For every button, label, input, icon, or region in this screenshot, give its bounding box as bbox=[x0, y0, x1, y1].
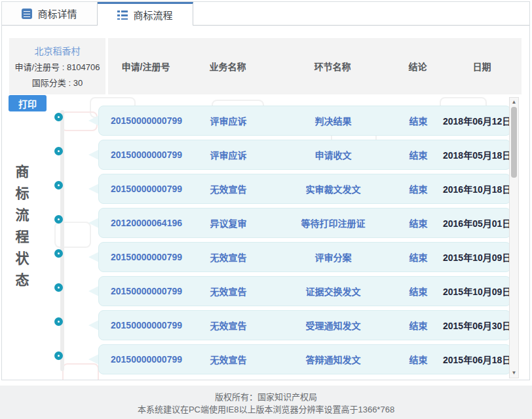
cell-date: 2015年10月09日 bbox=[443, 250, 511, 264]
cell-business: 无效宣告 bbox=[184, 353, 273, 366]
cell-reg-no[interactable]: 20150000000799 bbox=[109, 286, 184, 296]
card-tail bbox=[88, 218, 99, 228]
table-row: 20150000000799无效宣告答辩通知发文结束2015年06月18日 bbox=[49, 344, 519, 378]
registration-number-value: 8104706 bbox=[67, 62, 100, 72]
cell-conclusion: 结束 bbox=[394, 216, 443, 229]
cell-step: 评审分案 bbox=[273, 250, 394, 264]
cell-date: 2018年06月12日 bbox=[443, 114, 511, 127]
cell-business: 无效宣告 bbox=[184, 182, 273, 195]
cell-step: 受理通知发文 bbox=[273, 319, 394, 332]
process-card[interactable]: 20120000064196异议复审等待打印注册证结束2016年05月01日 bbox=[98, 208, 511, 238]
cell-reg-no[interactable]: 20150000000799 bbox=[109, 354, 184, 365]
tab-trademark-details[interactable]: 商标详情 bbox=[2, 2, 98, 25]
cell-conclusion: 结束 bbox=[394, 285, 443, 298]
timeline-dot bbox=[54, 215, 63, 224]
cell-date: 2016年05月01日 bbox=[443, 216, 511, 229]
table-row: 20120000064196异议复审等待打印注册证结束2016年05月01日 bbox=[49, 208, 519, 242]
timeline-dot bbox=[54, 147, 63, 155]
tab-bar: 商标详情 商标流程 bbox=[2, 2, 529, 26]
table-row: 20150000000799无效宣告评审分案结束2015年10月09日 bbox=[49, 242, 519, 276]
cell-business: 异议复审 bbox=[184, 216, 273, 229]
card-tail bbox=[88, 184, 99, 194]
cell-step: 判决结果 bbox=[273, 114, 394, 127]
process-card[interactable]: 20150000000799评审应诉申请收文结束2018年05月18日 bbox=[98, 140, 511, 170]
process-card[interactable]: 20150000000799无效宣告评审分案结束2015年10月09日 bbox=[98, 242, 511, 272]
header-conclusion: 结论 bbox=[393, 60, 442, 73]
cell-conclusion: 结束 bbox=[394, 182, 443, 195]
cell-step: 申请收文 bbox=[273, 148, 394, 161]
cell-reg-no[interactable]: 20120000064196 bbox=[109, 218, 184, 228]
scrollbar-down-arrow[interactable]: ▼ bbox=[510, 369, 518, 377]
table-row: 20150000000799评审应诉申请收文结束2018年05月18日 bbox=[49, 140, 519, 174]
cell-reg-no[interactable]: 20150000000799 bbox=[109, 320, 184, 330]
header-business: 业务名称 bbox=[183, 60, 272, 73]
cell-step: 等待打印注册证 bbox=[273, 216, 394, 229]
timeline-dot bbox=[54, 283, 63, 292]
registration-number-line: 申请/注册号 : 8104706 bbox=[14, 60, 100, 73]
cell-conclusion: 结束 bbox=[394, 114, 443, 127]
scroll-area: 20150000000799评审应诉判决结果结束2018年06月12日20150… bbox=[49, 96, 519, 380]
cell-reg-no[interactable]: 20150000000799 bbox=[109, 115, 184, 126]
process-card[interactable]: 20150000000799无效宣告实审裁文发文结束2016年10月18日 bbox=[98, 174, 511, 204]
process-card[interactable]: 20150000000799无效宣告答辩通知发文结束2015年06月18日 bbox=[98, 344, 511, 374]
cell-conclusion: 结束 bbox=[394, 353, 443, 366]
timeline-dot bbox=[54, 113, 63, 121]
international-class-value: 30 bbox=[73, 78, 83, 88]
cell-conclusion: 结束 bbox=[394, 319, 443, 332]
trademark-holder-name: 北京稻香村 bbox=[35, 44, 81, 57]
card-tail bbox=[88, 320, 99, 330]
trademark-info-panel: 北京稻香村 申请/注册号 : 8104706 国际分类 : 30 bbox=[9, 38, 105, 94]
footer-copyright: 版权所有：国家知识产权局 bbox=[0, 391, 532, 403]
table-row: 20150000000799无效宣告证据交换发文结束2015年10月09日 bbox=[49, 276, 519, 310]
cell-business: 无效宣告 bbox=[184, 319, 273, 332]
international-class-line: 国际分类 : 30 bbox=[32, 76, 83, 89]
header-date: 日期 bbox=[442, 60, 522, 73]
side-title: 商标流程状态 bbox=[11, 165, 31, 294]
cell-date: 2018年05月18日 bbox=[443, 148, 511, 161]
card-tail bbox=[88, 115, 99, 126]
cell-business: 无效宣告 bbox=[184, 285, 273, 298]
cell-step: 实审裁文发文 bbox=[273, 182, 394, 195]
cell-date: 2015年06月18日 bbox=[443, 353, 511, 366]
header-reg-no: 申请/注册号 bbox=[108, 60, 183, 73]
print-button[interactable]: 打印 bbox=[9, 95, 47, 111]
footer-browser-notice: 本系统建议在PC端使用IE8以上版本浏览器分辨率设置高于1366*768 bbox=[0, 403, 532, 416]
footer: 版权所有：国家知识产权局 本系统建议在PC端使用IE8以上版本浏览器分辨率设置高… bbox=[0, 386, 532, 419]
table-row: 20150000000799无效宣告实审裁文发文结束2016年10月18日 bbox=[49, 174, 519, 208]
table-row: 20150000000799无效宣告受理通知发文结束2015年06月30日 bbox=[49, 310, 519, 344]
timeline-dot bbox=[54, 181, 63, 190]
process-card[interactable]: 20150000000799评审应诉判决结果结束2018年06月12日 bbox=[98, 106, 511, 136]
header-step: 环节名称 bbox=[272, 60, 393, 73]
vertical-scrollbar[interactable]: ▲ ▼ bbox=[509, 97, 519, 378]
cell-reg-no[interactable]: 20150000000799 bbox=[109, 184, 184, 194]
list-icon bbox=[117, 10, 128, 20]
card-tail bbox=[88, 354, 99, 365]
table-row: 20150000000799评审应诉判决结果结束2018年06月12日 bbox=[49, 106, 519, 140]
cell-date: 2015年06月30日 bbox=[443, 319, 511, 332]
cell-reg-no[interactable]: 20150000000799 bbox=[109, 252, 184, 262]
scrollbar-thumb[interactable] bbox=[511, 107, 517, 178]
cell-date: 2016年10月18日 bbox=[443, 182, 511, 195]
timeline-dot bbox=[54, 351, 63, 360]
main-panel: 商标详情 商标流程 北京稻香村 申请/注册号 : 8104706 国际分类 : … bbox=[1, 1, 530, 380]
cell-conclusion: 结束 bbox=[394, 250, 443, 264]
process-card[interactable]: 20150000000799无效宣告受理通知发文结束2015年06月30日 bbox=[98, 310, 511, 340]
scrollbar-up-arrow[interactable]: ▲ bbox=[510, 98, 518, 106]
process-card[interactable]: 20150000000799无效宣告证据交换发文结束2015年10月09日 bbox=[98, 276, 511, 306]
timeline-dot bbox=[54, 317, 63, 326]
cell-step: 答辩通知发文 bbox=[273, 353, 394, 366]
registration-number-label: 申请/注册号 : bbox=[14, 62, 66, 72]
card-tail bbox=[88, 150, 99, 160]
cell-reg-no[interactable]: 20150000000799 bbox=[109, 150, 184, 160]
timeline-rows: 20150000000799评审应诉判决结果结束2018年06月12日20150… bbox=[49, 106, 519, 378]
card-tail bbox=[88, 286, 99, 296]
cell-business: 评审应诉 bbox=[184, 114, 273, 127]
cell-conclusion: 结束 bbox=[394, 148, 443, 161]
table-header: 申请/注册号 业务名称 环节名称 结论 日期 bbox=[108, 38, 522, 94]
tab-label: 商标流程 bbox=[133, 8, 172, 22]
trademark-process-page: 商标详情 商标流程 北京稻香村 申请/注册号 : 8104706 国际分类 : … bbox=[0, 0, 532, 419]
card-tail bbox=[88, 252, 99, 262]
tab-trademark-process[interactable]: 商标流程 bbox=[98, 2, 193, 26]
content-area: 北京稻香村 申请/注册号 : 8104706 国际分类 : 30 打印 商标流程… bbox=[2, 26, 529, 380]
tab-label: 商标详情 bbox=[37, 7, 77, 20]
